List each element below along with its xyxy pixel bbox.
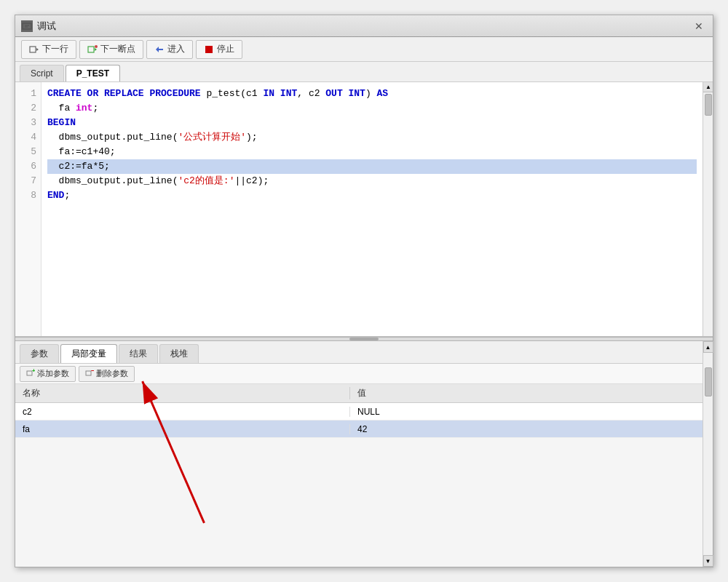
- tab-locals[interactable]: 局部变量: [60, 344, 117, 363]
- code-line-8: END;: [47, 188, 697, 203]
- row-fa-name: fa: [15, 424, 350, 434]
- next-breakpoint-button[interactable]: 下一断点: [79, 40, 143, 59]
- row-fa-value: 42: [350, 424, 713, 434]
- line-numbers: 1 2 3 4 5 6 7 8: [15, 82, 41, 336]
- scroll-up-arrow[interactable]: ▲: [703, 82, 713, 92]
- editor-tabs: Script P_TEST: [15, 62, 713, 82]
- del-param-button[interactable]: – 删除参数: [79, 366, 135, 382]
- svg-text:+: +: [32, 369, 35, 374]
- close-button[interactable]: ✕: [691, 18, 707, 34]
- debug-window: 调试 ✕ 下一行 下一断点: [15, 15, 713, 567]
- code-scrollbar[interactable]: ▲: [703, 82, 713, 336]
- svg-marker-8: [156, 47, 163, 52]
- bottom-panel: 参数 局部变量 结果 栈堆 + 添加参数 –: [15, 341, 713, 567]
- window-icon: [21, 20, 33, 32]
- code-area: 1 2 3 4 5 6 7 8 CREATE OR REPLACE PROCED…: [15, 82, 703, 336]
- scroll-thumb[interactable]: [705, 94, 712, 116]
- stop-button[interactable]: 停止: [196, 40, 242, 59]
- next-line-icon: [29, 44, 39, 55]
- enter-icon: [154, 44, 165, 55]
- col-value-header: 值: [350, 387, 713, 399]
- bottom-scrollbar[interactable]: ▲ ▼: [703, 341, 713, 567]
- table-body: c2 NULL fa 42: [15, 403, 713, 567]
- window-title: 调试: [37, 20, 691, 33]
- row-c2-value: NULL: [350, 407, 713, 417]
- action-bar: + 添加参数 – 删除参数: [15, 364, 713, 384]
- svg-rect-12: [86, 371, 91, 375]
- toolbar: 下一行 下一断点 进入: [15, 37, 713, 62]
- svg-marker-6: [95, 48, 97, 51]
- svg-marker-4: [36, 48, 39, 51]
- code-line-3: BEGIN: [47, 116, 697, 130]
- tab-p-test[interactable]: P_TEST: [66, 65, 120, 81]
- row-c2-name: c2: [15, 407, 350, 417]
- code-line-2: fa int;: [47, 101, 697, 116]
- code-panel: 1 2 3 4 5 6 7 8 CREATE OR REPLACE PROCED…: [15, 82, 713, 337]
- tab-stack[interactable]: 栈堆: [159, 344, 199, 363]
- scroll-thumb[interactable]: [705, 367, 712, 396]
- stop-icon: [204, 44, 214, 55]
- code-line-1: CREATE OR REPLACE PROCEDURE p_test(c1 IN…: [47, 87, 697, 101]
- svg-rect-3: [30, 47, 36, 52]
- add-icon: +: [26, 369, 35, 379]
- code-line-7: dbms_output.put_line('c2的值是:'||c2);: [47, 174, 697, 188]
- splitter-handle: [349, 338, 379, 340]
- code-line-5: fa:=c1+40;: [47, 145, 697, 159]
- data-table: 名称 值 c2 NULL fa 42: [15, 384, 713, 567]
- add-param-button[interactable]: + 添加参数: [20, 366, 76, 382]
- scroll-down-arrow[interactable]: ▼: [703, 555, 713, 567]
- next-line-button[interactable]: 下一行: [21, 40, 76, 59]
- scroll-up-arrow[interactable]: ▲: [703, 341, 713, 353]
- table-row[interactable]: fa 42: [15, 420, 713, 438]
- del-icon: –: [85, 369, 94, 379]
- svg-rect-10: [27, 371, 32, 375]
- enter-button[interactable]: 进入: [146, 40, 193, 59]
- table-header: 名称 值: [15, 384, 713, 403]
- table-row[interactable]: c2 NULL: [15, 403, 713, 420]
- col-name-header: 名称: [15, 387, 350, 399]
- svg-point-7: [95, 45, 98, 48]
- svg-text:–: –: [91, 369, 94, 374]
- code-line-4: dbms_output.put_line('公式计算开始');: [47, 130, 697, 145]
- svg-rect-9: [205, 46, 213, 53]
- title-bar: 调试 ✕: [15, 15, 713, 37]
- tab-script[interactable]: Script: [20, 65, 64, 81]
- svg-rect-5: [88, 47, 94, 52]
- svg-rect-0: [23, 23, 31, 29]
- tab-result[interactable]: 结果: [119, 344, 158, 363]
- code-line-6: c2:=fa*5;: [47, 159, 697, 174]
- code-content[interactable]: CREATE OR REPLACE PROCEDURE p_test(c1 IN…: [41, 82, 703, 336]
- tab-params[interactable]: 参数: [20, 344, 59, 363]
- bottom-tabs: 参数 局部变量 结果 栈堆: [15, 341, 713, 364]
- next-breakpoint-icon: [87, 44, 98, 55]
